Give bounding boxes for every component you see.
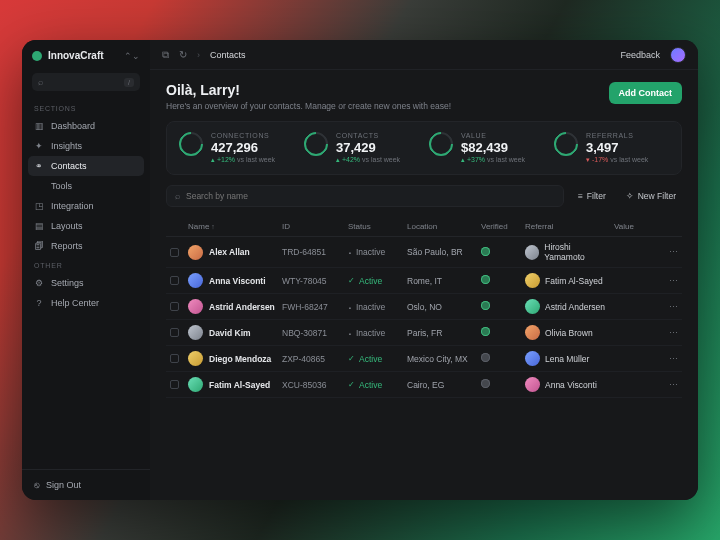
verified-icon — [481, 247, 490, 256]
user-avatar[interactable] — [670, 47, 686, 63]
cell-verified — [481, 353, 521, 364]
table-row[interactable]: Anna ViscontiWTY-78045ActiveRome, ITFati… — [166, 268, 682, 294]
nav-icon: ▤ — [34, 221, 44, 231]
col-location[interactable]: Location — [407, 222, 477, 231]
other-heading: OTHER — [22, 256, 150, 273]
cell-name: Alex Allan — [188, 245, 278, 260]
col-id[interactable]: ID — [282, 222, 344, 231]
sidebar-item-settings[interactable]: ⚙Settings — [22, 273, 150, 293]
table-header: Name ID Status Location Verified Referra… — [166, 217, 682, 237]
brand-switcher[interactable]: InnovaCraft ⌃⌄ — [22, 40, 150, 69]
avatar-icon — [525, 377, 540, 392]
cell-referral: Anna Visconti — [525, 377, 610, 392]
row-actions-icon[interactable]: ⋯ — [664, 247, 678, 257]
stat-contacts: CONTACTS37,429▴ +42% vs last week — [304, 132, 419, 164]
table-row[interactable]: David KimNBQ-30871InactiveParis, FROlivi… — [166, 320, 682, 346]
cell-status: Inactive — [348, 302, 403, 312]
row-actions-icon[interactable]: ⋯ — [664, 276, 678, 286]
row-actions-icon[interactable]: ⋯ — [664, 380, 678, 390]
row-checkbox[interactable] — [170, 302, 179, 311]
signout-label: Sign Out — [46, 480, 81, 490]
col-value[interactable]: Value — [614, 222, 660, 231]
cell-location: Rome, IT — [407, 276, 477, 286]
cell-status: Active — [348, 380, 403, 390]
signout-icon: ⎋ — [34, 480, 39, 490]
avatar-icon — [525, 325, 540, 340]
table-search[interactable]: ⌕ — [166, 185, 564, 207]
cell-referral: Olivia Brown — [525, 325, 610, 340]
row-actions-icon[interactable]: ⋯ — [664, 302, 678, 312]
sidebar-search[interactable]: ⌕ / — [32, 73, 140, 91]
sidebar-item-integration[interactable]: ◳Integration — [22, 196, 150, 216]
main-panel: ⧉ ↻ › Contacts Feedback Oilà, Larry! Her… — [150, 40, 698, 500]
stat-delta: ▴ +37% vs last week — [461, 156, 525, 164]
sidebar-item-reports[interactable]: 🗐Reports — [22, 236, 150, 256]
col-name[interactable]: Name — [188, 222, 278, 231]
verified-icon — [481, 379, 490, 388]
col-referral[interactable]: Referral — [525, 222, 610, 231]
table-row[interactable]: Astrid AndersenFWH-68247InactiveOslo, NO… — [166, 294, 682, 320]
col-verified[interactable]: Verified — [481, 222, 521, 231]
panel-toggle-icon[interactable]: ⧉ — [162, 49, 169, 61]
sections-heading: SECTIONS — [22, 99, 150, 116]
contacts-table: Name ID Status Location Verified Referra… — [166, 217, 682, 398]
cell-id: WTY-78045 — [282, 276, 344, 286]
row-actions-icon[interactable]: ⋯ — [664, 328, 678, 338]
row-checkbox[interactable] — [170, 276, 179, 285]
stat-value: VALUE$82,439▴ +37% vs last week — [429, 132, 544, 164]
stats-row: CONNECTIONS427,296▴ +12% vs last weekCON… — [166, 121, 682, 175]
stat-label: VALUE — [461, 132, 525, 139]
row-checkbox[interactable] — [170, 248, 179, 257]
nav-label: Layouts — [51, 221, 83, 231]
stat-label: REFERRALS — [586, 132, 648, 139]
cell-id: FWH-68247 — [282, 302, 344, 312]
table-search-input[interactable] — [186, 191, 555, 201]
progress-ring-icon — [174, 127, 208, 161]
feedback-link[interactable]: Feedback — [620, 50, 660, 60]
stat-delta: ▴ +12% vs last week — [211, 156, 275, 164]
sparkle-icon: ✧ — [626, 191, 634, 201]
cell-location: São Paulo, BR — [407, 247, 477, 257]
table-row[interactable]: Diego MendozaZXP-40865ActiveMexico City,… — [166, 346, 682, 372]
cell-name: Fatim Al-Sayed — [188, 377, 278, 392]
sidebar-item-help-center[interactable]: ?Help Center — [22, 293, 150, 313]
history-icon[interactable]: ↻ — [179, 49, 187, 60]
sidebar-item-insights[interactable]: ✦Insights — [22, 136, 150, 156]
breadcrumb[interactable]: Contacts — [210, 50, 246, 60]
verified-icon — [481, 353, 490, 362]
sidebar-item-layouts[interactable]: ▤Layouts — [22, 216, 150, 236]
nav-icon — [34, 181, 44, 191]
stat-value: 3,497 — [586, 140, 648, 155]
nav-icon: ✦ — [34, 141, 44, 151]
avatar-icon — [525, 299, 540, 314]
sidebar-item-tools[interactable]: Tools — [22, 176, 150, 196]
row-checkbox[interactable] — [170, 380, 179, 389]
cell-verified — [481, 327, 521, 338]
stat-label: CONTACTS — [336, 132, 400, 139]
verified-icon — [481, 275, 490, 284]
cell-status: Inactive — [348, 328, 403, 338]
cell-referral: Hiroshi Yamamoto — [525, 242, 610, 262]
cell-location: Cairo, EG — [407, 380, 477, 390]
row-actions-icon[interactable]: ⋯ — [664, 354, 678, 364]
row-checkbox[interactable] — [170, 328, 179, 337]
cell-id: TRD-64851 — [282, 247, 344, 257]
row-checkbox[interactable] — [170, 354, 179, 363]
verified-icon — [481, 327, 490, 336]
table-row[interactable]: Alex AllanTRD-64851InactiveSão Paulo, BR… — [166, 237, 682, 268]
signout-button[interactable]: ⎋ Sign Out — [22, 469, 150, 500]
brand-name: InnovaCraft — [48, 50, 118, 61]
nav-label: Reports — [51, 241, 83, 251]
col-status[interactable]: Status — [348, 222, 403, 231]
avatar-icon — [525, 273, 540, 288]
add-contact-button[interactable]: Add Contact — [609, 82, 683, 104]
cell-id: XCU-85036 — [282, 380, 344, 390]
sidebar-item-dashboard[interactable]: ▥Dashboard — [22, 116, 150, 136]
sidebar-item-contacts[interactable]: ⚭Contacts — [28, 156, 144, 176]
nav-icon: ⚭ — [34, 161, 44, 171]
new-filter-button[interactable]: ✧ New Filter — [620, 187, 682, 205]
stat-referrals: REFERRALS3,497▾ -17% vs last week — [554, 132, 669, 164]
filter-button[interactable]: ≡ Filter — [572, 187, 612, 205]
table-row[interactable]: Fatim Al-SayedXCU-85036ActiveCairo, EGAn… — [166, 372, 682, 398]
page-title: Oilà, Larry! — [166, 82, 609, 98]
